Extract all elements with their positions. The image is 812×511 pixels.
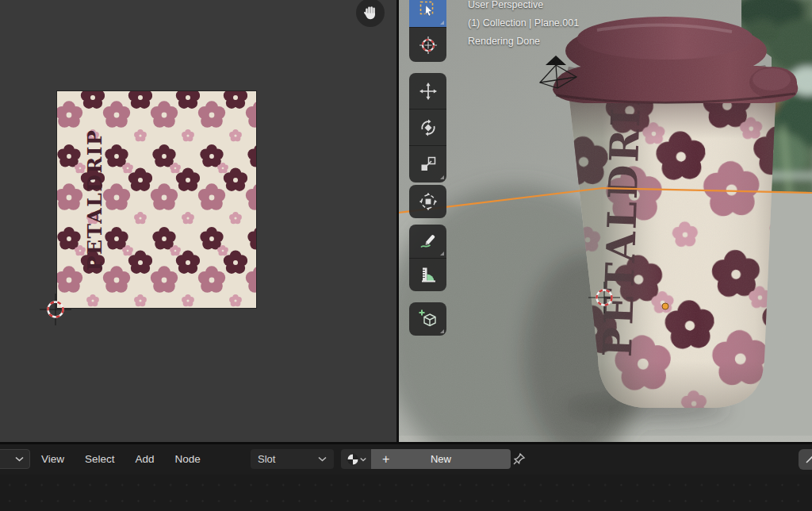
render-status-label: Rendering Done [468, 33, 579, 51]
tool-select-box[interactable] [409, 0, 446, 27]
new-button-label: New [431, 453, 451, 465]
shader-editor-header: View Select Add Node Slot [0, 444, 812, 474]
move-icon [419, 82, 438, 101]
dropdown-chevron-icon [15, 456, 24, 462]
new-material-button[interactable]: + New [371, 449, 511, 469]
tool-rotate[interactable] [409, 109, 446, 145]
tool-transform[interactable] [409, 185, 446, 218]
viewport-3d-panel[interactable]: PETALDRIP [399, 0, 812, 442]
brand-text-image: PETALDRIP [83, 129, 106, 271]
node-editor-canvas[interactable] [0, 474, 812, 511]
rotate-icon [419, 118, 438, 137]
plus-icon: + [382, 452, 389, 467]
blender-window: PETALDRIP [0, 0, 812, 511]
menu-node[interactable]: Node [175, 453, 201, 465]
dropdown-chevron-icon [318, 456, 327, 462]
material-widget: + New [341, 449, 511, 469]
tool-annotate[interactable] [409, 225, 446, 258]
diagonal-tool-icon [804, 454, 812, 465]
measure-icon [419, 266, 438, 285]
editor-type-dropdown[interactable] [0, 449, 30, 469]
pin-button[interactable] [511, 449, 527, 469]
dropdown-chevron-icon [360, 457, 366, 462]
menu-add[interactable]: Add [136, 453, 155, 465]
menu-select[interactable]: Select [85, 453, 115, 465]
tool-scale[interactable] [409, 145, 446, 182]
checker-sphere-icon [347, 453, 359, 466]
tool-cursor[interactable] [409, 27, 446, 62]
view-perspective-label: User Perspective [468, 0, 579, 14]
select-box-icon [419, 0, 438, 19]
rendered-scene: PETALDRIP [399, 0, 812, 442]
browse-material-button[interactable] [341, 449, 371, 469]
slot-label: Slot [258, 453, 275, 465]
pan-hand-icon [362, 5, 378, 21]
cursor-tool-icon [419, 36, 438, 55]
tool-add-cube[interactable] [409, 302, 446, 336]
pan-hand-gizmo[interactable] [356, 0, 385, 27]
tool-move[interactable] [409, 73, 446, 109]
slot-dropdown[interactable]: Slot [251, 449, 334, 469]
header-right-partial-button[interactable] [799, 449, 812, 470]
scale-icon [419, 155, 438, 174]
transform-icon [419, 192, 438, 211]
viewport-overlay-text: User Perspective (1) Collection | Plane.… [468, 0, 579, 51]
header-menus: View Select Add Node [41, 449, 201, 469]
floral-texture-image[interactable]: PETALDRIP [57, 91, 256, 308]
image-editor-panel[interactable]: PETALDRIP [0, 0, 396, 442]
menu-view[interactable]: View [41, 453, 64, 465]
pushpin-icon [512, 452, 526, 466]
tool-measure[interactable] [409, 258, 446, 291]
active-collection-label: (1) Collection | Plane.001 [468, 14, 579, 33]
add-cube-icon [418, 309, 439, 329]
annotate-pencil-icon [419, 232, 438, 251]
